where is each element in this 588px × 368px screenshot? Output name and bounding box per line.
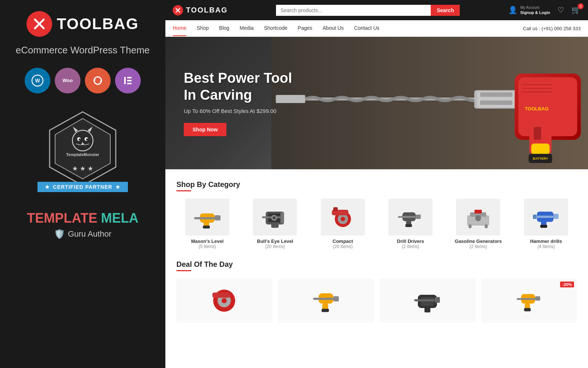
guru-author-text: Guru Author xyxy=(68,229,112,239)
svg-rect-96 xyxy=(517,298,535,300)
svg-text:TOOLBAG: TOOLBAG xyxy=(525,106,549,112)
nav-pages[interactable]: Pages xyxy=(298,21,312,36)
search-bar: Search xyxy=(276,5,460,16)
svg-rect-81 xyxy=(212,293,230,298)
template-mela-logo: TEMPLATE MELA xyxy=(27,210,138,226)
site-logo-text: TOOLBAG xyxy=(186,6,228,14)
svg-text:TemplateMonster: TemplateMonster xyxy=(66,152,100,157)
wishlist-area[interactable]: ♡ xyxy=(557,6,564,14)
cart-area[interactable]: 🛒 0 xyxy=(571,6,581,14)
top-bar: TOOLBAG Search 👤 My Account Signup & Log… xyxy=(165,0,588,20)
nav-shortcode[interactable]: Shortcode xyxy=(264,21,287,36)
svg-rect-32 xyxy=(480,100,512,105)
account-text: My Account Signup & Login xyxy=(520,5,550,15)
logo-icon xyxy=(26,11,52,37)
svg-rect-63 xyxy=(405,224,412,227)
hero-content: Best Power ToolIn Carving Up To 60% Off … xyxy=(184,70,292,136)
svg-rect-75 xyxy=(553,214,559,219)
main-content: Shop By Category Mason's Level (5 Items) xyxy=(165,169,588,368)
nav-links: Home Shop Blog Media Shortcode Pages Abo… xyxy=(173,21,380,36)
deal-of-day-title: Deal Of The Day xyxy=(176,260,577,269)
hexagon-badge: TemplateMonster ★ ★ ★ xyxy=(42,108,123,189)
deal-product-2[interactable] xyxy=(278,279,374,323)
logo-text: TOOLBAG xyxy=(57,15,139,33)
svg-rect-51 xyxy=(271,223,279,228)
user-icon: 👤 xyxy=(508,6,517,14)
category-img-3 xyxy=(321,199,365,236)
svg-rect-91 xyxy=(414,299,435,301)
deal-product-3[interactable] xyxy=(380,279,476,323)
search-button[interactable]: Search xyxy=(431,5,460,16)
revolution-slider-icon xyxy=(85,68,111,93)
svg-point-71 xyxy=(475,215,481,221)
category-card-hammer-drills[interactable]: Hammer drills (4 Items) xyxy=(515,199,577,249)
category-name-1: Mason's Level xyxy=(191,238,223,244)
certified-badge-area: TemplateMonster ★ ★ ★ ★ CERTIFIED PARTNE… xyxy=(37,108,128,192)
template-part: TEMPLATE xyxy=(27,210,97,226)
nav-blog[interactable]: Blog xyxy=(219,21,229,36)
sale-badge: -20% xyxy=(560,282,574,287)
brand-logo-area: TOOLBAG xyxy=(26,11,139,37)
wishlist-icon: ♡ xyxy=(557,6,564,14)
top-right-icons: 👤 My Account Signup & Login ♡ 🛒 0 xyxy=(508,5,581,15)
svg-point-17 xyxy=(79,138,81,141)
right-panel: TOOLBAG Search 👤 My Account Signup & Log… xyxy=(165,0,588,368)
category-count-1: (5 Items) xyxy=(198,244,216,249)
deal-product-1[interactable] xyxy=(176,279,272,323)
svg-rect-65 xyxy=(398,216,416,218)
tech-icons-row: W Woo xyxy=(25,68,141,93)
hero-subtitle: Up To 60% Off Best Styles At $299.00 xyxy=(184,108,292,114)
svg-rect-53 xyxy=(262,216,280,218)
svg-rect-85 xyxy=(333,296,339,301)
deal-product-4[interactable]: -20% xyxy=(481,279,577,323)
svg-text:BATTERY: BATTERY xyxy=(533,157,548,160)
account-area[interactable]: 👤 My Account Signup & Login xyxy=(508,5,550,15)
nav-media[interactable]: Media xyxy=(240,21,254,36)
call-us: Call us : (+91) 000 258 333 xyxy=(523,26,581,31)
woocommerce-icon: Woo xyxy=(55,68,80,93)
mela-part: MELA xyxy=(97,210,139,226)
svg-rect-9 xyxy=(127,83,132,84)
svg-rect-36 xyxy=(531,144,549,155)
category-card-gasoline[interactable]: Gasoline Generators (2 Items) xyxy=(447,199,509,249)
shop-now-button[interactable]: Shop Now xyxy=(184,123,226,136)
category-img-6 xyxy=(524,199,568,236)
category-name-5: Gasoline Generators xyxy=(455,238,502,244)
nav-shop[interactable]: Shop xyxy=(197,21,209,36)
category-card-bulls-eye[interactable]: Bull's Eye Level (20 Items) xyxy=(244,199,306,249)
category-count-4: (2 Items) xyxy=(402,244,419,249)
site-logo: TOOLBAG xyxy=(173,5,228,15)
svg-rect-52 xyxy=(280,212,284,223)
svg-rect-77 xyxy=(533,215,537,219)
cart-badge: 0 xyxy=(578,3,584,9)
category-img-2 xyxy=(253,199,297,236)
category-name-6: Hammer drills xyxy=(530,238,562,244)
wordpress-icon: W xyxy=(25,68,50,93)
category-img-5 xyxy=(456,199,500,236)
svg-text:★ ★ ★: ★ ★ ★ xyxy=(72,165,93,172)
category-count-6: (4 Items) xyxy=(537,244,555,249)
search-input[interactable] xyxy=(276,5,431,16)
section-underline xyxy=(176,190,191,191)
category-card-compact[interactable]: Compact (20 Items) xyxy=(312,199,374,249)
shield-icon: 🛡️ xyxy=(54,229,65,239)
category-count-5: (2 Items) xyxy=(470,244,487,249)
svg-point-80 xyxy=(222,298,227,303)
nav-home[interactable]: Home xyxy=(173,21,186,36)
svg-rect-46 xyxy=(203,226,210,229)
category-card-masons-level[interactable]: Mason's Level (5 Items) xyxy=(176,199,238,249)
svg-rect-94 xyxy=(524,308,531,311)
svg-rect-74 xyxy=(540,225,547,228)
category-card-drill-drivers[interactable]: Drill Drivers (2 Items) xyxy=(380,199,441,249)
nav-about[interactable]: About Us xyxy=(323,21,344,36)
svg-rect-6 xyxy=(124,77,126,84)
svg-rect-89 xyxy=(424,307,430,312)
deal-products-grid: -20% xyxy=(176,279,577,323)
category-img-1 xyxy=(185,199,229,236)
nav-contact[interactable]: Contact Us xyxy=(354,21,379,36)
site-logo-icon xyxy=(173,5,183,15)
tagline: eCommerce WordPress Theme xyxy=(16,44,150,57)
account-action: Signup & Login xyxy=(520,10,550,15)
svg-rect-70 xyxy=(485,224,488,228)
account-label: My Account xyxy=(520,5,550,10)
